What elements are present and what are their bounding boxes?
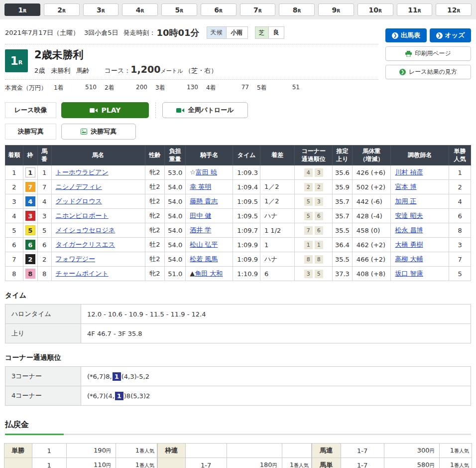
patrol-video-button[interactable]: 全周パトロール xyxy=(162,102,248,118)
corner-position: 2 xyxy=(315,183,323,191)
trainer-name-link[interactable]: 松永 昌博 xyxy=(395,226,423,234)
payout-favorite-unit: 番人気 xyxy=(454,448,469,454)
body-weight: 462 (+2) xyxy=(352,238,391,252)
video-camera-icon xyxy=(176,108,184,113)
horse-name-link[interactable]: フォワデジー xyxy=(56,255,96,263)
margin: ハナ xyxy=(260,209,295,223)
finish-photo-button[interactable]: 決勝写真 xyxy=(61,124,136,140)
sex-age: 牡2 xyxy=(145,252,165,267)
race-tab-suffix: R xyxy=(102,8,105,13)
payout-table-group: 単勝1190円1番人気複勝1110円1番人気7120円2番人気4140円4番人気 xyxy=(4,443,157,468)
finish-position: 1 xyxy=(5,165,23,180)
race-tab-2R[interactable]: 2R xyxy=(44,3,80,16)
finish-photo-label: 決勝写真 xyxy=(5,124,56,140)
race-tab-8R[interactable]: 8R xyxy=(279,3,315,16)
prize-place: 5着 xyxy=(257,84,267,92)
payout-bet-type-label: ワイド xyxy=(158,458,186,468)
jockey-name-link[interactable]: 幸 英明 xyxy=(190,183,211,190)
prize-items: 1着5102着2003着1304着775着51 xyxy=(54,84,308,92)
photo-icon xyxy=(81,129,87,135)
margin: 1 1/2 xyxy=(260,223,295,238)
payout-combination: 1-7 xyxy=(341,444,384,458)
trainer-name-link[interactable]: 大橋 勇樹 xyxy=(395,241,423,248)
race-tab-1R[interactable]: 1R xyxy=(4,3,40,16)
result-row: 888チャームポイント牝251.0▲角田 大和1:10.963537.3408 … xyxy=(5,267,471,281)
payout-amount: 190円 xyxy=(66,444,116,458)
sex-age: 牡2 xyxy=(145,238,165,252)
carried-weight: 54.0 xyxy=(165,252,186,267)
results-column-header: 騎手名 xyxy=(186,146,233,165)
race-tab-10R[interactable]: 10R xyxy=(357,3,393,16)
horse-name-link[interactable]: トーホウラビアン xyxy=(56,168,109,176)
race-tab-number: 12 xyxy=(447,6,457,14)
race-tab-5R[interactable]: 5R xyxy=(161,3,197,16)
jockey-name-link[interactable]: 富田 暁 xyxy=(196,168,217,176)
trainer-name-link[interactable]: 加用 正 xyxy=(395,197,416,205)
race-tab-6R[interactable]: 6R xyxy=(201,3,237,16)
win-favorite-rank: 6 xyxy=(449,209,471,223)
prize-amount: 130 xyxy=(187,84,198,92)
corner-position: 5 xyxy=(304,212,313,220)
play-button[interactable]: PLAY xyxy=(61,102,149,118)
corner-position: 8 xyxy=(315,255,323,264)
race-tab-3R[interactable]: 3R xyxy=(83,3,119,16)
waku-cell: 2 xyxy=(23,252,37,267)
race-tab-7R[interactable]: 7R xyxy=(240,3,276,16)
course-distance: 1,200 xyxy=(130,64,160,75)
jockey-cell: ☆富田 暁 xyxy=(186,165,233,180)
result-row: 277ニシノデフィレ牡254.0幸 英明1:09.41／22235.9502 (… xyxy=(5,180,471,194)
jockey-name-link[interactable]: 松山 弘平 xyxy=(190,241,218,248)
horse-name-link[interactable]: タイガークリスエス xyxy=(56,241,115,248)
jockey-name-link[interactable]: 酒井 学 xyxy=(190,226,211,234)
win-favorite-rank: 2 xyxy=(449,180,471,194)
payout-favorite-rank xyxy=(282,444,311,458)
race-tab-4R[interactable]: 4R xyxy=(122,3,158,16)
horse-number: 2 xyxy=(37,252,51,267)
race-tab-12R[interactable]: 12R xyxy=(436,3,472,16)
margin: 1／2 xyxy=(260,180,295,194)
start-time-label: 発走時刻： xyxy=(123,28,155,37)
corner-positions-cell: 11 xyxy=(295,238,332,252)
trainer-name-link[interactable]: 川村 禎彦 xyxy=(395,168,423,176)
payout-row: 複勝1110円1番人気 xyxy=(4,458,157,468)
last-3f-time: 35.6 xyxy=(332,165,352,180)
horse-name-link[interactable]: グッドグロウス xyxy=(56,197,102,205)
jockey-name-link[interactable]: 松若 風馬 xyxy=(190,255,218,263)
trainer-name-link[interactable]: 宮本 博 xyxy=(395,183,416,190)
body-weight: 466 (+2) xyxy=(352,252,391,267)
finish-photo-row: 決勝写真 決勝写真 xyxy=(5,124,471,140)
horse-name-link[interactable]: メイショウセロジネ xyxy=(56,226,116,234)
horse-name-link[interactable]: ニホンピロポート xyxy=(56,212,109,219)
prize-place: 1着 xyxy=(54,84,64,92)
results-guide-button[interactable]: ❯ レース結果の見方 xyxy=(385,65,471,79)
entries-button[interactable]: ❯ 出馬表 xyxy=(385,28,427,42)
horse-name-link[interactable]: ニシノデフィレ xyxy=(56,183,102,190)
result-row: 666タイガークリスエス牡254.0松山 弘平1:09.911136.4462 … xyxy=(5,238,471,252)
payout-favorite-value: 1 xyxy=(135,461,139,468)
print-page-button[interactable]: 印刷用ページ xyxy=(385,46,471,61)
trainer-name-link[interactable]: 坂口 智康 xyxy=(395,270,423,277)
payout-amount: 110円 xyxy=(66,458,116,468)
horse-name-link[interactable]: チャームポイント xyxy=(56,270,109,277)
trainer-cell: 川村 禎彦 xyxy=(391,165,449,180)
race-tab-number: 5 xyxy=(175,6,180,14)
turf-label: 芝 xyxy=(255,27,269,38)
odds-button[interactable]: ❯ オッズ xyxy=(430,28,471,42)
payout-amount-unit: 円 xyxy=(106,463,111,468)
race-video-row: レース映像 PLAY 全周パトロール xyxy=(5,102,471,118)
waku-number: 2 xyxy=(25,254,35,264)
jockey-name-link[interactable]: 角田 大和 xyxy=(195,270,223,277)
margin: ハナ xyxy=(260,252,295,267)
arrow-circle-icon: ❯ xyxy=(436,32,443,39)
corner-order-highlight: 1 xyxy=(113,372,121,381)
corner-position: 3 xyxy=(304,270,313,278)
jockey-name-link[interactable]: 田中 健 xyxy=(190,212,211,219)
trainer-name-link[interactable]: 安達 昭夫 xyxy=(395,212,423,219)
jockey-name-link[interactable]: 藤懸 貴志 xyxy=(190,197,218,205)
trainer-cell: 坂口 智康 xyxy=(391,267,449,281)
race-tab-11R[interactable]: 11R xyxy=(397,3,433,16)
trainer-name-link[interactable]: 高柳 大輔 xyxy=(395,255,423,263)
race-tab-9R[interactable]: 9R xyxy=(318,3,354,16)
horse-number: 1 xyxy=(37,165,51,180)
corner-row-value: (*6,7)(4,1)8(5,3)2 xyxy=(81,386,471,406)
